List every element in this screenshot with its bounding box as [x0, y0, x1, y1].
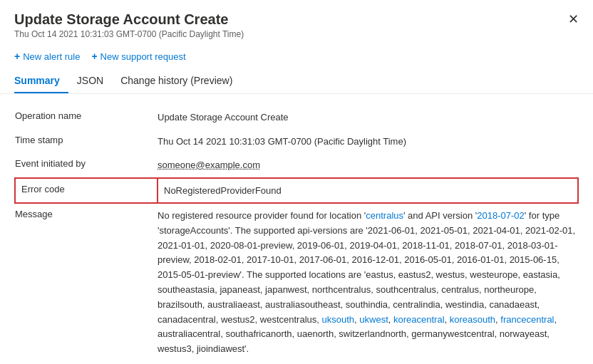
api-version-link[interactable]: 2018-07-02: [477, 210, 525, 221]
panel-title: Update Storage Account Create: [14, 11, 579, 28]
francecentral-link[interactable]: francecentral: [500, 314, 554, 325]
tab-change-history[interactable]: Change history (Preview): [120, 69, 241, 93]
close-button[interactable]: ✕: [565, 10, 582, 28]
actions-bar: + New alert rule + New support request: [0, 43, 593, 66]
new-support-request-link[interactable]: + New support request: [91, 51, 185, 62]
koreasouth-link[interactable]: koreasouth: [450, 314, 495, 325]
ukwest-link[interactable]: ukwest: [359, 314, 388, 325]
detail-table: Operation name Update Storage Account Cr…: [14, 105, 579, 362]
event-initiated-email: someone@example.com: [158, 160, 260, 170]
panel-header: Update Storage Account Create Thu Oct 14…: [0, 0, 593, 43]
message-row: Message No registered resource provider …: [15, 203, 578, 362]
panel-subtitle: Thu Oct 14 2021 10:31:03 GMT-0700 (Pacif…: [14, 29, 579, 39]
plus-icon-alert: +: [14, 51, 20, 62]
time-stamp-row: Time stamp Thu Oct 14 2021 10:31:03 GMT-…: [15, 130, 578, 154]
new-alert-rule-link[interactable]: + New alert rule: [14, 51, 80, 62]
tab-json[interactable]: JSON: [77, 69, 112, 93]
new-alert-rule-label: New alert rule: [23, 51, 80, 62]
operation-name-row: Operation name Update Storage Account Cr…: [15, 105, 578, 130]
error-code-row: Error code NoRegisteredProviderFound: [15, 178, 578, 204]
operation-name-label: Operation name: [15, 105, 158, 130]
message-text: No registered resource provider found fo…: [158, 209, 578, 357]
new-support-request-label: New support request: [100, 51, 186, 62]
uksouth-link[interactable]: uksouth: [322, 314, 355, 325]
operation-name-value: Update Storage Account Create: [158, 105, 578, 130]
koreacentral-link[interactable]: koreacentral: [393, 314, 445, 325]
error-code-label: Error code: [15, 178, 158, 204]
time-stamp-label: Time stamp: [15, 130, 158, 154]
detail-panel: Update Storage Account Create Thu Oct 14…: [0, 0, 593, 364]
message-label: Message: [15, 203, 158, 362]
tabs-bar: Summary JSON Change history (Preview): [0, 66, 593, 94]
event-initiated-value: someone@example.com: [158, 153, 578, 178]
event-initiated-row: Event initiated by someone@example.com: [15, 153, 578, 178]
content-area: Operation name Update Storage Account Cr…: [0, 94, 593, 364]
event-initiated-label: Event initiated by: [15, 153, 158, 178]
time-stamp-value: Thu Oct 14 2021 10:31:03 GMT-0700 (Pacif…: [158, 130, 578, 154]
message-value: No registered resource provider found fo…: [158, 203, 578, 362]
tab-summary[interactable]: Summary: [14, 69, 68, 93]
error-code-value: NoRegisteredProviderFound: [158, 178, 578, 204]
location-link[interactable]: centralus: [366, 210, 403, 221]
plus-icon-support: +: [91, 51, 97, 62]
